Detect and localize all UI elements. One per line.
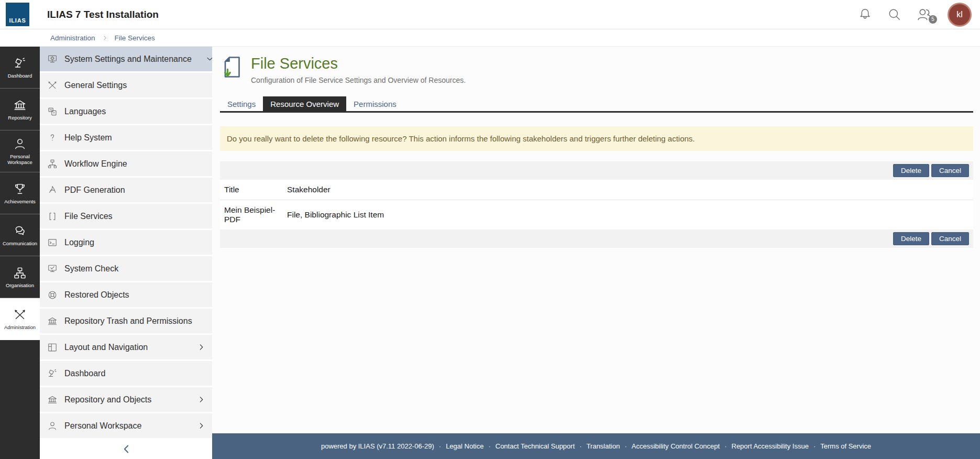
rail-item-administration[interactable]: Administration <box>0 298 40 340</box>
chevron-left-icon <box>120 443 133 455</box>
app-title: ILIAS 7 Test Installation <box>47 9 159 20</box>
cell-stakeholder: File, Bibliographic List Item <box>283 200 973 230</box>
footer-separator: · <box>579 442 581 450</box>
rail-item-achievements[interactable]: Achievements <box>0 172 40 214</box>
file-download-icon <box>223 56 242 79</box>
menu-item-restored-objects[interactable]: Restored Objects <box>40 282 212 307</box>
menu-item-repository-trash-and-permissions[interactable]: Repository Trash and Permissions <box>40 309 212 333</box>
layout-icon <box>47 342 58 353</box>
breadcrumb: Administration File Services <box>0 30 980 47</box>
question-icon <box>47 133 58 143</box>
menu-item-languages[interactable]: Languages <box>40 99 212 124</box>
bank-icon <box>13 99 27 112</box>
person-icon <box>47 421 58 431</box>
footer-separator: · <box>488 442 490 450</box>
menu-item-file-services[interactable]: File Services <box>40 204 212 228</box>
menu-item-layout-and-navigation[interactable]: Layout and Navigation <box>40 335 212 359</box>
footer-link-accessibility-control-concept[interactable]: Accessibility Control Concept <box>632 442 720 450</box>
tab-bar: Settings Resource Overview Permissions <box>220 96 973 113</box>
pdf-icon <box>47 185 58 195</box>
table-action-bar-bottom: Delete Cancel <box>220 230 973 248</box>
footer-separator: · <box>813 442 816 450</box>
crossed-tools-icon <box>13 308 27 322</box>
rail-item-label: Achievements <box>4 199 36 204</box>
trophy-icon <box>13 182 27 196</box>
footer-link-terms-of-service[interactable]: Terms of Service <box>820 442 871 450</box>
menu-item-dashboard[interactable]: Dashboard <box>40 361 212 386</box>
menu-item-pdf-generation[interactable]: PDF Generation <box>40 178 212 202</box>
resource-table-grid: Title Stakeholder Mein Beispiel-PDF File… <box>220 180 973 230</box>
resource-table: Delete Cancel Title Stakeholder Mein Bei… <box>220 161 973 248</box>
menu-item-workflow-engine[interactable]: Workflow Engine <box>40 151 212 176</box>
footer-link-legal-notice[interactable]: Legal Notice <box>446 442 483 450</box>
menu-item-help-system[interactable]: Help System <box>40 125 212 150</box>
monitor-gear-icon <box>47 54 58 64</box>
workflow-icon <box>47 159 58 169</box>
page-title: File Services <box>251 55 466 72</box>
chevron-right-icon <box>197 343 206 352</box>
main-rail: Dashboard Repository Personal Workspace … <box>0 47 40 459</box>
menu-item-general-settings[interactable]: General Settings <box>40 73 212 97</box>
avatar[interactable]: kl <box>948 3 972 27</box>
tab-settings[interactable]: Settings <box>220 96 263 111</box>
terminal-icon <box>47 237 58 248</box>
rail-item-label: Organisation <box>6 282 34 288</box>
menu-item-logging[interactable]: Logging <box>40 230 212 255</box>
page-subtitle: Configuration of File Service Settings a… <box>251 76 466 84</box>
chevron-right-icon <box>102 35 108 41</box>
footer-separator: · <box>439 442 441 450</box>
menu-item-system-check[interactable]: System Check <box>40 256 212 281</box>
delete-confirmation-message: Do you really want to delete the followi… <box>220 126 973 151</box>
cancel-button[interactable]: Cancel <box>931 232 969 245</box>
table-row: Mein Beispiel-PDF File, Bibliographic Li… <box>220 200 973 230</box>
delete-button[interactable]: Delete <box>893 232 929 245</box>
table-action-bar-top: Delete Cancel <box>220 161 973 180</box>
table-header-row: Title Stakeholder <box>220 180 973 200</box>
online-users-count-badge: 5 <box>929 15 937 24</box>
search-icon[interactable] <box>887 7 901 21</box>
rail-item-label: Communication <box>3 241 37 246</box>
cell-title: Mein Beispiel-PDF <box>220 200 283 230</box>
page-header-text: File Services Configuration of File Serv… <box>251 55 466 84</box>
brackets-icon <box>47 211 58 222</box>
administration-menu: System Settings and Maintenance General … <box>40 47 212 459</box>
footer-link-report-accessibility-issue[interactable]: Report Accessibility Issue <box>732 442 809 450</box>
page-header: File Services Configuration of File Serv… <box>212 47 980 84</box>
collapse-menu-button[interactable] <box>40 442 212 456</box>
breadcrumb-file-services[interactable]: File Services <box>115 34 155 42</box>
footer-link-translation[interactable]: Translation <box>587 442 620 450</box>
chat-bubbles-icon <box>13 224 27 238</box>
rail-item-organisation[interactable]: Organisation <box>0 256 40 298</box>
ilias-logo-text: ILIAS <box>9 17 26 24</box>
rail-item-label: Dashboard <box>8 73 32 79</box>
rail-item-dashboard[interactable]: Dashboard <box>0 47 40 89</box>
breadcrumb-administration[interactable]: Administration <box>50 34 95 42</box>
menu-item-personal-workspace[interactable]: Personal Workspace <box>40 413 212 438</box>
languages-icon <box>47 106 58 117</box>
bell-icon[interactable] <box>858 7 872 21</box>
footer-link-contact-technical-support[interactable]: Contact Technical Support <box>495 442 575 450</box>
life-ring-icon <box>47 290 58 300</box>
tab-resource-overview[interactable]: Resource Overview <box>263 96 346 111</box>
rail-item-label: Personal Workspace <box>2 154 38 165</box>
menu-item-system-settings-and-maintenance[interactable]: System Settings and Maintenance <box>40 47 212 71</box>
tab-permissions[interactable]: Permissions <box>346 96 404 111</box>
bank-icon <box>47 395 58 405</box>
chevron-right-icon <box>197 421 206 430</box>
ilias-logo[interactable]: ILIAS <box>6 3 29 26</box>
lamp-icon <box>13 57 27 70</box>
delete-button[interactable]: Delete <box>893 164 929 177</box>
rail-item-label: Administration <box>4 324 36 330</box>
online-users-button[interactable]: 5 <box>917 7 932 23</box>
rail-item-repository[interactable]: Repository <box>0 89 40 130</box>
rail-item-personal-workspace[interactable]: Personal Workspace <box>0 130 40 172</box>
cancel-button[interactable]: Cancel <box>931 164 969 177</box>
person-icon <box>13 137 27 151</box>
topbar-actions: 5 kl <box>858 3 972 27</box>
top-bar: ILIAS ILIAS 7 Test Installation 5 kl <box>0 0 980 29</box>
crossed-tools-icon <box>47 80 58 91</box>
rail-item-communication[interactable]: Communication <box>0 214 40 256</box>
menu-item-repository-and-objects[interactable]: Repository and Objects <box>40 387 212 412</box>
breadcrumb-separator <box>102 35 108 41</box>
footer-separator: · <box>724 442 726 450</box>
